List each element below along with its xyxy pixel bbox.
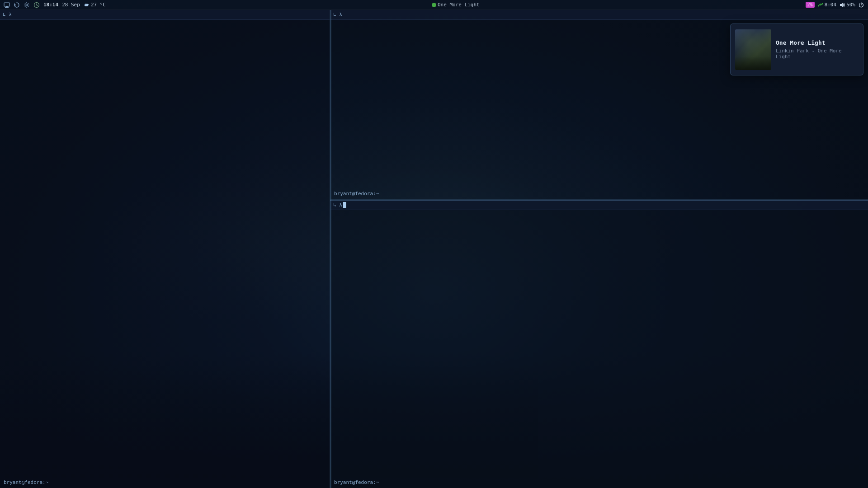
taskbar: 18:14 28 Sep 27 °C One More Light 2% [0,0,868,10]
terminal-right-top-titlebar: ↳ λ [330,10,868,20]
settings-icon[interactable] [24,2,30,8]
volume-area[interactable]: 50% [839,2,855,8]
cpu-area[interactable]: 2% [806,2,815,8]
network-area[interactable]: 8:04 [817,2,837,8]
clock-date: 28 Sep [62,2,80,8]
cpu-percent: 2% [807,2,813,7]
svg-rect-0 [4,3,9,6]
terminal-right-bottom-pane[interactable]: ↳ λ bryant@fedora:~ [330,200,868,488]
power-area[interactable] [858,2,864,8]
music-info: One More Light Linkin Park - One More Li… [776,39,859,60]
song-artist: Linkin Park - One More Light [776,48,859,60]
volume-percent: 50% [846,2,855,8]
terminal-right-bottom-prompt-area: bryant@fedora:~ [330,477,868,488]
screen-icon[interactable] [4,2,10,8]
svg-rect-2 [5,7,9,8]
vertical-separator [330,10,331,488]
terminal-right-top-prompt-area: bryant@fedora:~ [330,188,868,199]
terminal-right-bottom-indicator: ↳ λ [333,202,342,208]
terminal-left-pane[interactable]: ↳ λ bryant@fedora:~ [0,10,330,488]
desktop-area: ↳ λ bryant@fedora:~ ↳ λ bryant@fedora:~ … [0,10,868,488]
active-window-title: One More Light [438,2,480,8]
terminal-right-bottom-titlebar: ↳ λ [330,200,868,210]
song-title: One More Light [776,39,859,46]
reload-icon[interactable] [14,2,20,8]
svg-point-3 [26,4,28,6]
terminal-left-titlebar: ↳ λ [0,10,330,20]
terminal-left-prompt: bryant@fedora:~ [4,479,48,485]
album-art [735,29,771,70]
terminal-cursor [343,202,346,208]
svg-point-7 [85,5,88,6]
temperature-text: 27 °C [91,2,106,8]
taskbar-center: One More Light [109,2,802,8]
terminal-right-top-indicator: ↳ λ [333,12,342,18]
terminal-left-prompt-area: bryant@fedora:~ [0,477,330,488]
taskbar-right: 2% 8:04 50% [802,2,868,8]
clock-time: 18:14 [43,2,58,8]
terminal-left-indicator: ↳ λ [3,12,12,18]
svg-rect-1 [6,6,8,7]
terminal-right-bottom-prompt: bryant@fedora:~ [334,479,379,485]
network-time: 8:04 [825,2,837,8]
taskbar-left: 18:14 28 Sep 27 °C [0,2,109,8]
cpu-badge: 2% [806,2,815,8]
active-window-dot [432,3,436,7]
weather-area[interactable]: 27 °C [84,2,106,8]
music-notification[interactable]: One More Light Linkin Park - One More Li… [730,23,863,75]
clock-icon [33,2,40,8]
horizontal-separator [330,200,868,201]
terminal-right-top-prompt: bryant@fedora:~ [334,191,379,197]
